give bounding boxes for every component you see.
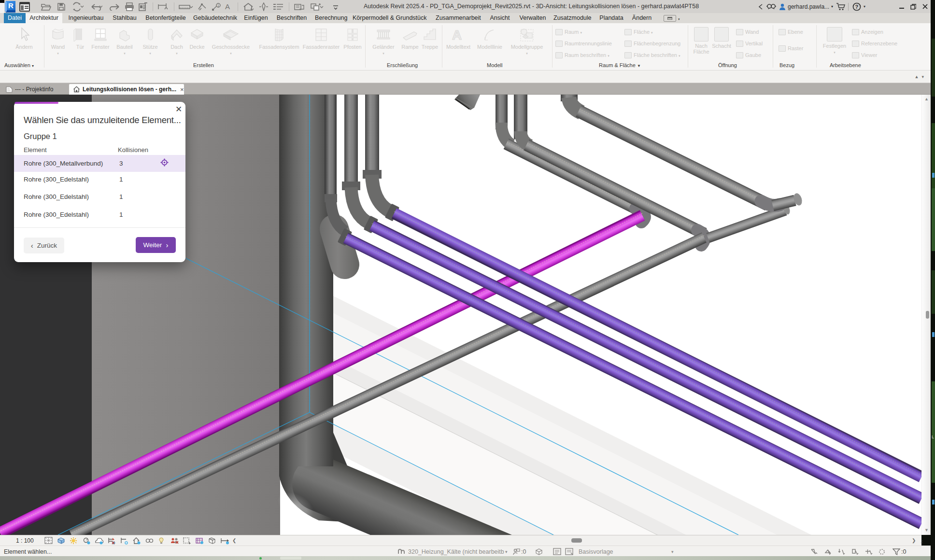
svg-text:?: ? — [855, 4, 859, 10]
svg-text:1: 1 — [217, 4, 219, 7]
svg-text:A: A — [452, 28, 462, 42]
